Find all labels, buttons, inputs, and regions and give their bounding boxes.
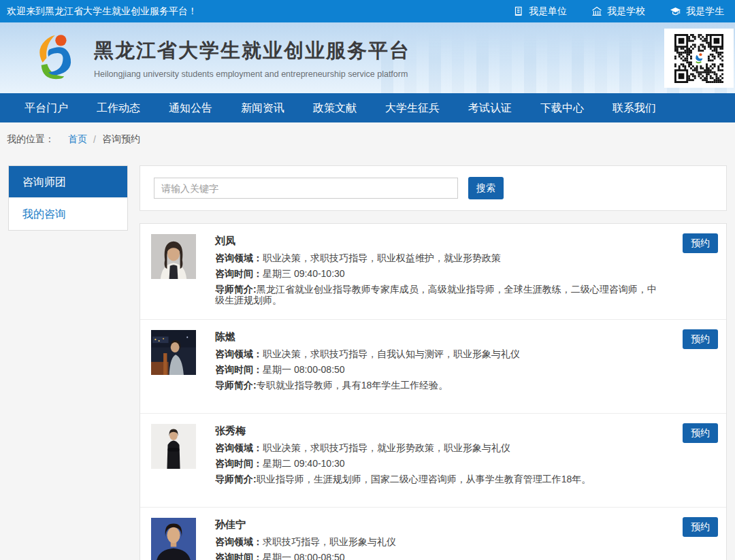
site-title: 黑龙江省大学生就业创业服务平台: [94, 37, 410, 65]
consultant-photo: [151, 234, 196, 279]
nav-item-3[interactable]: 新闻资讯: [227, 93, 299, 122]
nav-item-6[interactable]: 考试认证: [454, 93, 526, 122]
time-value: 星期一 08:00-08:50: [263, 364, 345, 375]
consultant-time: 咨询时间：星期一 08:00-08:50: [215, 552, 661, 560]
main-panel: 搜索 刘凤 咨询领域：职业决策，求职技巧指导，职业权益维护，就业形势政策 咨询时…: [140, 165, 727, 560]
unit-icon: [514, 6, 524, 16]
page-content: 咨询师团 我的咨询 搜索 刘凤 咨询领域：职业决策，求职技巧指导，职业权益维护，…: [0, 157, 735, 560]
intro-label: 导师简介:: [215, 380, 257, 391]
consultant-photo: [151, 518, 196, 560]
school-icon: [591, 6, 602, 16]
nav-item-2[interactable]: 通知公告: [154, 93, 227, 122]
student-icon: [670, 6, 681, 16]
nav-item-0[interactable]: 平台门户: [10, 93, 82, 122]
time-label: 咨询时间：: [215, 552, 263, 560]
sidebar: 咨询师团 我的咨询: [8, 165, 128, 231]
i-am-school-link[interactable]: 我是学校: [591, 5, 645, 18]
intro-value: 职业指导师，生涯规划师，国家二级心理咨询师，从事学生教育管理工作18年。: [257, 474, 591, 484]
nav-item-7[interactable]: 下载中心: [526, 93, 598, 122]
fields-value: 职业决策，求职技巧指导，就业形势政策，职业形象与礼仪: [263, 442, 510, 453]
consultant-name: 张秀梅: [215, 424, 661, 438]
breadcrumb: 我的位置： 首页 / 咨询预约: [0, 122, 735, 157]
consultant-card: 陈燃 咨询领域：职业决策，求职技巧指导，自我认知与测评，职业形象与礼仪 咨询时间…: [140, 320, 726, 414]
nav-item-1[interactable]: 工作动态: [82, 93, 154, 122]
consultant-info: 刘凤 咨询领域：职业决策，求职技巧指导，职业权益维护，就业形势政策 咨询时间：星…: [215, 234, 661, 306]
consultant-photo: [151, 330, 196, 375]
qr-code: [664, 29, 734, 88]
time-value: 星期三 09:40-10:30: [263, 268, 345, 279]
fields-value: 求职技巧指导，职业形象与礼仪: [263, 536, 396, 547]
consultant-info: 陈燃 咨询领域：职业决策，求职技巧指导，自我认知与测评，职业形象与礼仪 咨询时间…: [215, 330, 661, 391]
book-button[interactable]: 预约: [683, 233, 718, 253]
i-am-unit-link[interactable]: 我是单位: [514, 5, 567, 18]
consultant-card: 孙佳宁 咨询领域：求职技巧指导，职业形象与礼仪 咨询时间：星期一 08:00-0…: [140, 508, 726, 560]
time-label: 咨询时间：: [215, 364, 263, 375]
intro-label: 导师简介:: [215, 284, 257, 295]
time-value: 星期一 08:00-08:50: [263, 552, 345, 560]
fields-label: 咨询领域：: [215, 252, 263, 263]
breadcrumb-current: 咨询预约: [102, 133, 140, 146]
consultant-name: 刘凤: [215, 234, 661, 248]
consultant-time: 咨询时间：星期二 09:40-10:30: [215, 458, 661, 469]
fields-label: 咨询领域：: [215, 442, 263, 453]
consultant-time: 咨询时间：星期三 09:40-10:30: [215, 268, 661, 279]
i-am-school-label: 我是学校: [607, 5, 645, 18]
i-am-student-link[interactable]: 我是学生: [670, 5, 724, 18]
fields-label: 咨询领域：: [215, 348, 263, 359]
time-value: 星期二 09:40-10:30: [263, 458, 345, 469]
consultant-intro: 导师简介:专职就业指导教师，具有18年学生工作经验。: [215, 380, 661, 391]
nav-item-4[interactable]: 政策文献: [299, 93, 371, 122]
consultant-intro: 导师简介:职业指导师，生涯规划师，国家二级心理咨询师，从事学生教育管理工作18年…: [215, 474, 661, 484]
consultant-card: 刘凤 咨询领域：职业决策，求职技巧指导，职业权益维护，就业形势政策 咨询时间：星…: [140, 224, 726, 320]
site-logo-icon: [19, 30, 84, 86]
consultant-name: 陈燃: [215, 330, 661, 344]
main-nav: 平台门户工作动态通知公告新闻资讯政策文献大学生征兵考试认证下载中心联系我们: [0, 93, 735, 122]
fields-value: 职业决策，求职技巧指导，自我认知与测评，职业形象与礼仪: [263, 348, 520, 359]
consultant-fields: 咨询领域：职业决策，求职技巧指导，就业形势政策，职业形象与礼仪: [215, 442, 661, 453]
search-panel: 搜索: [140, 165, 727, 211]
consultant-time: 咨询时间：星期一 08:00-08:50: [215, 364, 661, 375]
nav-item-8[interactable]: 联系我们: [598, 93, 670, 122]
book-button[interactable]: 预约: [683, 517, 718, 537]
time-label: 咨询时间：: [215, 458, 263, 469]
fields-label: 咨询领域：: [215, 536, 263, 547]
topbar-links: 我是单位 我是学校 我是学生: [514, 5, 724, 18]
consultant-list: 刘凤 咨询领域：职业决策，求职技巧指导，职业权益维护，就业形势政策 咨询时间：星…: [140, 223, 727, 560]
breadcrumb-separator: /: [93, 134, 96, 145]
i-am-unit-label: 我是单位: [529, 5, 567, 18]
search-input[interactable]: [154, 178, 458, 199]
time-label: 咨询时间：: [215, 268, 263, 279]
fields-value: 职业决策，求职技巧指导，职业权益维护，就业形势政策: [263, 252, 501, 263]
consultant-photo: [151, 424, 196, 469]
sidebar-item-my-consultations[interactable]: 我的咨询: [9, 198, 127, 230]
sidebar-item-consultant-team[interactable]: 咨询师团: [9, 166, 127, 198]
site-header: 黑龙江省大学生就业创业服务平台 Heilongjiang university …: [0, 22, 735, 93]
consultant-info: 孙佳宁 咨询领域：求职技巧指导，职业形象与礼仪 咨询时间：星期一 08:00-0…: [215, 518, 661, 560]
top-bar: 欢迎来到黑龙江省大学生就业创业服务平台！ 我是单位 我是学校 我是学生: [0, 0, 735, 22]
consultant-fields: 咨询领域：职业决策，求职技巧指导，自我认知与测评，职业形象与礼仪: [215, 348, 661, 359]
i-am-student-label: 我是学生: [686, 5, 724, 18]
intro-value: 专职就业指导教师，具有18年学生工作经验。: [257, 380, 448, 391]
book-button[interactable]: 预约: [683, 423, 718, 443]
consultant-fields: 咨询领域：职业决策，求职技巧指导，职业权益维护，就业形势政策: [215, 252, 661, 263]
intro-value: 黑龙江省就业创业指导教师专家库成员，高级就业指导师，全球生涯教练，二级心理咨询师…: [215, 284, 657, 306]
consultant-intro: 导师简介:黑龙江省就业创业指导教师专家库成员，高级就业指导师，全球生涯教练，二级…: [215, 284, 661, 306]
brand-block: 黑龙江省大学生就业创业服务平台 Heilongjiang university …: [94, 37, 410, 79]
breadcrumb-label: 我的位置：: [7, 133, 54, 146]
consultant-info: 张秀梅 咨询领域：职业决策，求职技巧指导，就业形势政策，职业形象与礼仪 咨询时间…: [215, 424, 661, 484]
consultant-fields: 咨询领域：求职技巧指导，职业形象与礼仪: [215, 536, 661, 547]
intro-label: 导师简介:: [215, 474, 257, 484]
book-button[interactable]: 预约: [683, 329, 718, 349]
breadcrumb-home-link[interactable]: 首页: [68, 133, 87, 146]
welcome-text: 欢迎来到黑龙江省大学生就业创业服务平台！: [7, 5, 197, 18]
consultant-name: 孙佳宁: [215, 518, 661, 531]
search-button[interactable]: 搜索: [468, 177, 504, 199]
nav-item-5[interactable]: 大学生征兵: [371, 93, 454, 122]
consultant-card: 张秀梅 咨询领域：职业决策，求职技巧指导，就业形势政策，职业形象与礼仪 咨询时间…: [140, 414, 726, 508]
site-subtitle: Heilongjiang university students employm…: [94, 69, 410, 79]
